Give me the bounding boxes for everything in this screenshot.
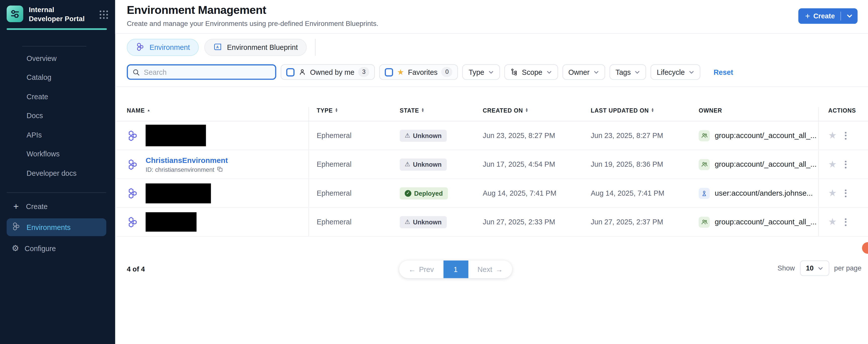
sidebar-item-overview[interactable]: Overview [0, 49, 115, 68]
column-header-created-on[interactable]: CREATED ON ▲▼ [475, 107, 583, 121]
create-split-button[interactable]: + Create [799, 8, 858, 24]
search-box[interactable] [127, 64, 276, 80]
status-badge-deployed: ✓ Deployed [400, 187, 448, 199]
owner-cell: group:account/_account_all_... [691, 208, 818, 236]
star-icon: ★ [397, 68, 404, 76]
column-header-label: STATE [400, 107, 419, 114]
apps-grid-icon[interactable] [99, 10, 108, 19]
tabs-divider [315, 39, 315, 56]
status-badge-unknown: ⚠ Unknown [400, 130, 446, 142]
environments-table: NAME ▲ TYPE ▲▼ STATE ▲▼ CREATED ON ▲▼ LA… [115, 86, 868, 236]
arrow-right-icon: → [496, 265, 503, 274]
scope-dropdown[interactable]: Scope [504, 64, 558, 80]
table-row[interactable]: Ephemeral ✓ Deployed Aug 14, 2025, 7:41 … [115, 179, 868, 208]
sidebar-create-label: Create [26, 202, 48, 210]
sidebar-item-docs[interactable]: Docs [0, 106, 115, 125]
sidebar-item-create[interactable]: Create [0, 87, 115, 106]
notification-widget-dot[interactable] [862, 242, 868, 254]
table-row[interactable]: Ephemeral ⚠ Unknown Jun 23, 2025, 8:27 P… [115, 121, 868, 150]
chevron-down-icon [634, 70, 640, 74]
column-header-last-updated-on[interactable]: LAST UPDATED ON ▲▼ [583, 107, 691, 121]
plus-icon: + [805, 11, 810, 20]
warning-icon: ⚠ [405, 219, 410, 225]
state-cell: ⚠ Unknown [392, 150, 475, 178]
favorite-star-button[interactable]: ★ [828, 217, 837, 227]
owned-by-me-checkbox[interactable] [286, 68, 294, 76]
chevron-down-icon [817, 266, 823, 270]
search-icon [132, 68, 140, 76]
tab-environment-label: Environment [150, 43, 190, 52]
environment-name-link[interactable]: ChristiansEnvironment [146, 156, 228, 164]
favorite-star-button[interactable]: ★ [828, 160, 837, 169]
pagination-summary: 4 of 4 [127, 265, 145, 273]
create-button-main[interactable]: + Create [799, 12, 841, 20]
sidebar-item-developer-docs[interactable]: Developer docs [0, 164, 115, 182]
kebab-menu-button[interactable] [844, 160, 848, 170]
sidebar-item-apis[interactable]: APIs [0, 125, 115, 144]
last-updated-cell: Jun 27, 2025, 2:37 PM [583, 208, 691, 236]
page-size-select[interactable]: 10 [800, 260, 829, 276]
sidebar-item-configure[interactable]: ⚙ Configure [6, 239, 106, 257]
sidebar-divider-top [22, 46, 86, 47]
next-label: Next [477, 265, 492, 274]
owner-label: group:account/_account_all_... [715, 132, 817, 140]
sidebar-create-button[interactable]: + Create [6, 197, 106, 215]
kebab-menu-button[interactable] [844, 188, 848, 198]
owner-cell: group:account/_account_all_... [691, 150, 818, 178]
sidebar-accent-bar [6, 28, 107, 30]
owned-by-me-filter[interactable]: Owned by me 3 [281, 64, 375, 80]
favorite-star-button[interactable]: ★ [828, 131, 837, 140]
kebab-menu-button[interactable] [844, 217, 848, 227]
owned-by-me-label: Owned by me [310, 68, 354, 76]
favorites-count-badge: 0 [441, 67, 453, 77]
column-header-name[interactable]: NAME ▲ [115, 107, 309, 121]
page-size-value: 10 [806, 264, 814, 272]
column-header-label: NAME [127, 107, 145, 114]
kebab-menu-button[interactable] [844, 131, 848, 141]
sidebar-item-environments-active[interactable]: Environments [6, 218, 106, 236]
favorite-star-button[interactable]: ★ [828, 189, 837, 198]
copy-icon[interactable] [217, 166, 223, 172]
type-cell: Ephemeral [309, 150, 392, 178]
favorites-checkbox[interactable] [385, 68, 393, 76]
type-dropdown-label: Type [469, 68, 484, 76]
reset-filters-link[interactable]: Reset [714, 68, 733, 76]
show-label: Show [777, 264, 795, 272]
sidebar-item-catalog[interactable]: Catalog [0, 68, 115, 87]
state-cell: ⚠ Unknown [392, 208, 475, 236]
column-header-type[interactable]: TYPE ▲▼ [309, 107, 392, 121]
tags-dropdown[interactable]: Tags [609, 64, 646, 80]
page-1-button[interactable]: 1 [443, 260, 468, 278]
entity-tabs: Environment A Environment Blueprint [127, 39, 315, 56]
column-header-state[interactable]: STATE ▲▼ [392, 107, 475, 121]
prev-page-button[interactable]: ← Prev [399, 260, 443, 278]
create-button-caret[interactable] [841, 14, 858, 19]
user-icon [699, 188, 710, 199]
sidebar-item-label: Workflows [27, 150, 60, 158]
per-page-label: per page [834, 264, 862, 272]
sidebar-nav: Overview Catalog Create Docs APIs Workfl… [0, 49, 115, 182]
status-label: Unknown [413, 132, 441, 139]
name-cell [115, 179, 309, 207]
type-cell: Ephemeral [309, 179, 392, 207]
type-dropdown[interactable]: Type [462, 64, 500, 80]
last-updated-cell: Jun 23, 2025, 8:27 PM [583, 121, 691, 150]
search-input[interactable] [144, 68, 271, 76]
sidebar-divider-bottom [6, 192, 106, 193]
tags-dropdown-label: Tags [616, 68, 631, 76]
favorites-filter[interactable]: ★ Favorites 0 [379, 64, 458, 80]
name-cell: ChristiansEnvironment ID: christiansenvi… [115, 150, 309, 178]
owner-cell: group:account/_account_all_... [691, 121, 818, 150]
table-row[interactable]: Ephemeral ⚠ Unknown Jun 27, 2025, 2:33 P… [115, 208, 868, 236]
owner-cell: user:account/anders.johnse... [691, 179, 818, 207]
owner-dropdown[interactable]: Owner [562, 64, 605, 80]
created-on-cell: Jun 17, 2025, 4:54 PM [475, 150, 583, 178]
lifecycle-dropdown[interactable]: Lifecycle [651, 64, 700, 80]
chevron-down-icon [546, 70, 552, 74]
tab-environment-blueprint[interactable]: A Environment Blueprint [204, 39, 307, 56]
table-row[interactable]: ChristiansEnvironment ID: christiansenvi… [115, 150, 868, 179]
sidebar-item-workflows[interactable]: Workflows [0, 144, 115, 164]
tab-environment[interactable]: Environment [127, 39, 199, 56]
next-page-button[interactable]: Next → [468, 260, 512, 278]
sidebar-environments-label: Environments [27, 223, 71, 231]
